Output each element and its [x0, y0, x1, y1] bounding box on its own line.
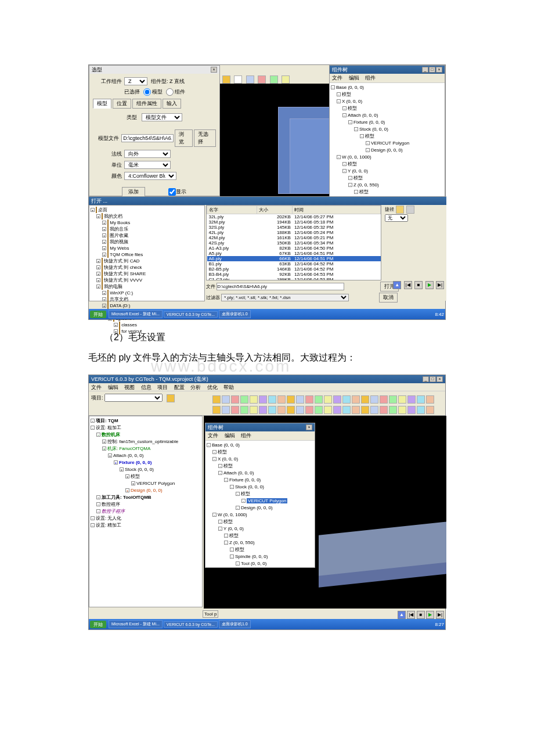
rewind-icon[interactable]: ▲ — [393, 281, 401, 289]
tree-node[interactable]: -数控程序 — [91, 501, 201, 508]
menu-project[interactable]: 项目 — [157, 384, 168, 390]
play-icon[interactable]: ▶ — [426, 611, 434, 619]
file-row[interactable]: 42S.ply150KB12/14/06 05:34 PM — [207, 240, 381, 246]
toolbar-icon[interactable] — [389, 395, 397, 404]
type-select[interactable]: 模型文件 — [142, 113, 182, 121]
start-button[interactable]: 开始 — [90, 311, 106, 318]
toolbar-icon[interactable] — [370, 395, 378, 404]
folder-node[interactable]: + My Books — [91, 219, 203, 226]
viewport-3d[interactable] — [220, 84, 330, 204]
toolbar-icon[interactable] — [212, 406, 221, 414]
radio-model[interactable] — [143, 88, 151, 96]
tree-node[interactable]: +Stock (0, 0, 0) — [91, 466, 201, 473]
toolbar-icon[interactable] — [324, 406, 332, 414]
tree-node[interactable]: -Y (0, 0, 0) — [331, 168, 443, 175]
toolbar-icon[interactable] — [250, 406, 258, 414]
toolbar-icon[interactable] — [380, 406, 388, 414]
close-icon[interactable]: × — [436, 376, 443, 382]
menu-component[interactable]: 组件 — [365, 75, 376, 81]
tree-node[interactable]: -Stock (0, 0, 0) — [207, 484, 313, 491]
stop-icon[interactable]: ■ — [414, 281, 423, 289]
toolbar-icon[interactable] — [167, 394, 175, 402]
toolbar-icon[interactable] — [268, 406, 276, 414]
file-row[interactable]: 32M.ply194KB12/14/06 05:18 PM — [207, 219, 381, 225]
toolbar-icon[interactable] — [277, 395, 286, 404]
menu-help[interactable]: 帮助 — [223, 384, 234, 390]
minimize-icon[interactable]: _ — [422, 67, 428, 73]
rewind-icon[interactable]: ▲ — [398, 611, 406, 619]
cancel-button[interactable]: 取消 — [379, 293, 398, 303]
toolbar-icon[interactable] — [342, 395, 351, 404]
folder-node[interactable]: + 我的文档 — [91, 213, 203, 219]
toolbar-icon[interactable] — [287, 406, 295, 414]
show-checkbox[interactable] — [168, 188, 176, 196]
toolbar-icon[interactable] — [398, 395, 406, 404]
filter-select[interactable]: *.ply; *.vct; *.stl; *.stk; *.fxt; *.dsn — [221, 294, 349, 301]
toolbar-icon[interactable] — [389, 406, 397, 414]
toolbar-icon[interactable] — [315, 395, 323, 404]
toolbar-icon[interactable] — [361, 395, 369, 404]
maximize-icon[interactable]: □ — [430, 376, 436, 382]
project-tree[interactable]: -项目: TQM-设置: 粗加工-数控机床+控制: fan15m_custom_… — [89, 416, 203, 607]
file-row[interactable]: A1-A3.ply82KB12/14/06 04:50 PM — [207, 246, 381, 251]
toolbar-icon[interactable] — [333, 395, 341, 404]
folder-node[interactable]: + 快捷方式 到 CAD — [91, 258, 203, 264]
taskbar-item[interactable]: Microsoft Excel - 新建 Mi... — [109, 310, 163, 318]
toolbar-icon[interactable] — [234, 75, 242, 84]
folder-node[interactable]: + 快捷方式 到 VVVV — [91, 277, 203, 283]
tree-node[interactable]: -X (0, 0, 0) — [331, 98, 443, 105]
col-size[interactable]: 大小 — [257, 206, 293, 214]
tree-node[interactable]: -Fixture (0, 0, 0) — [207, 477, 313, 484]
folder-node[interactable]: + 快捷方式 到 check — [91, 264, 203, 271]
stop-icon[interactable]: ■ — [417, 611, 425, 619]
toolbar-icon[interactable] — [417, 395, 425, 404]
tree-node[interactable]: -设置: 无人化 — [91, 515, 201, 522]
tree-node[interactable]: -模型 — [331, 189, 443, 196]
tree-node[interactable]: -Base (0, 0, 0) — [331, 84, 443, 91]
toolbar-icon[interactable] — [277, 406, 286, 414]
tree-node[interactable]: -Tool (0, 0, 0) — [207, 560, 313, 567]
close-icon[interactable]: × — [436, 67, 442, 73]
normal-select[interactable]: 向外 — [124, 150, 171, 158]
taskbar-item[interactable]: VERICUT 6.0.3 by CGTe... — [164, 311, 218, 318]
browse-button[interactable]: 浏览 — [175, 129, 192, 147]
toolbar-icon[interactable] — [282, 75, 290, 84]
tree-node[interactable]: +VERICUT Polygon — [91, 480, 201, 487]
taskbar-item[interactable]: 桌面录影机1.0 — [219, 620, 251, 628]
menu-edit[interactable]: 编辑 — [108, 384, 118, 390]
file-list[interactable]: 名字 大小 时间 32L.ply202KB12/14/06 05:27 PM32… — [206, 205, 381, 280]
tree-node[interactable]: -Design (0, 0, 0) — [331, 147, 443, 154]
maximize-icon[interactable]: □ — [429, 67, 435, 73]
tree-node[interactable]: +模型 — [91, 473, 201, 480]
tree-node[interactable]: -Stock (0, 0, 0) — [331, 126, 443, 133]
tree-node[interactable]: -模型 — [331, 91, 443, 98]
minimize-icon[interactable]: _ — [423, 376, 429, 382]
skip-back-icon[interactable]: |◀ — [404, 281, 412, 289]
file-row[interactable]: A6.ply66KB12/14/06 04:51 PM — [207, 256, 381, 261]
tree-node[interactable]: -模型 — [331, 161, 443, 168]
tree-node[interactable]: -模型 — [331, 105, 443, 112]
toolbar-icon[interactable] — [268, 395, 276, 404]
tree-node[interactable]: -Attach (0, 0, 0) — [207, 470, 313, 477]
toolbar-icon[interactable] — [398, 406, 406, 414]
tree-node[interactable]: -Design (0, 0, 0) — [207, 505, 313, 512]
file-row[interactable]: B3-B4.ply92KB12/14/06 04:53 PM — [207, 272, 381, 277]
toolbar-icon[interactable] — [352, 395, 360, 404]
tab-attrs[interactable]: 组件属性 — [132, 99, 161, 109]
toolbar-icon[interactable] — [333, 406, 341, 414]
file-row[interactable]: 42L.ply188KB12/14/06 05:24 PM — [207, 230, 381, 235]
toolbar-icon[interactable] — [296, 395, 304, 404]
folder-node[interactable]: + 图片收藏 — [91, 232, 203, 239]
tab-model[interactable]: 模型 — [93, 99, 111, 109]
folder-node[interactable]: + WinXP (C:) — [91, 290, 203, 296]
toolbar-icon[interactable] — [250, 395, 258, 404]
tree-node[interactable]: -模型 — [207, 463, 313, 470]
toolbar-icon[interactable] — [407, 406, 416, 414]
folder-node[interactable]: + TQM Office files — [91, 251, 203, 258]
skip-back-icon[interactable]: |◀ — [407, 611, 415, 619]
toolbar-icon[interactable] — [231, 406, 239, 414]
tree-node[interactable]: -W (0, 0, 1000) — [331, 154, 443, 161]
shortcut-icon[interactable] — [406, 206, 414, 214]
sub-component-tree[interactable]: -Base (0, 0, 0)-模型-X (0, 0, 0)-模型-Attach… — [205, 441, 315, 568]
taskbar-item[interactable]: VERICUT 6.0.3 by CGTe... — [164, 621, 218, 628]
